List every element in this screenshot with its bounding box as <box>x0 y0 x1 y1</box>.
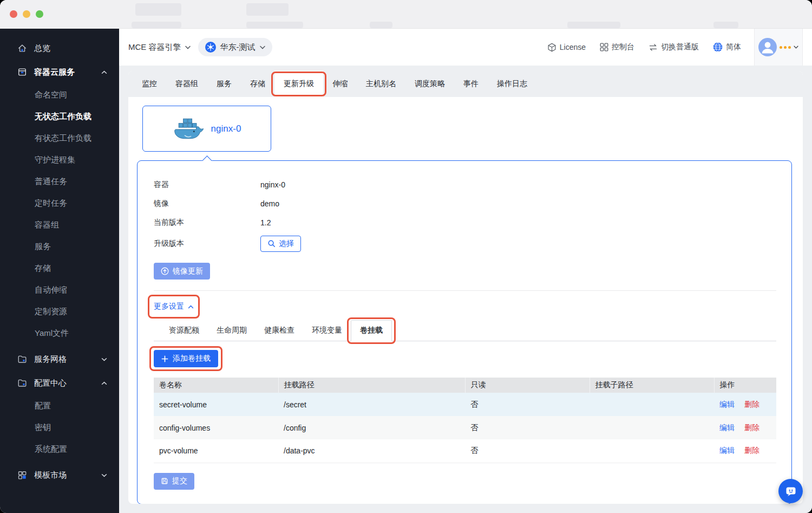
topbar-actions: License 控制台 切换普通版 简体 <box>547 42 741 52</box>
sidebar-group-label: 模板市场 <box>34 470 94 480</box>
sidebar-item-label: 总览 <box>34 43 107 54</box>
more-settings-toggle[interactable]: 更多设置 <box>154 302 194 311</box>
image-update-button[interactable]: 镜像更新 <box>154 263 210 280</box>
column-header-volume-name: 卷名称 <box>154 378 278 393</box>
subtab-lifecycle[interactable]: 生命周期 <box>208 321 256 341</box>
tab-service[interactable]: 服务 <box>207 71 241 97</box>
tab-host-alias[interactable]: 主机别名 <box>357 71 405 97</box>
cell-volume-name: config-volumes <box>154 416 278 439</box>
chevron-down-icon <box>101 358 107 361</box>
console-button[interactable]: 控制台 <box>600 42 634 52</box>
more-dots-icon <box>780 46 791 49</box>
sidebar-group-container-cloud[interactable]: 容器云服务 <box>0 60 119 84</box>
subtab-volume-mount[interactable]: 卷挂载 <box>351 320 392 341</box>
tab-label: 更新升级 <box>284 79 314 89</box>
select-version-button[interactable]: 选择 <box>260 236 301 252</box>
edit-link[interactable]: 编辑 <box>719 400 735 408</box>
sidebar-group-service-mesh[interactable]: 服务网格 <box>0 347 119 371</box>
folder-icon <box>17 354 27 364</box>
docker-whale-icon <box>173 117 204 141</box>
window-fullscreen-button[interactable] <box>36 10 43 18</box>
delete-link[interactable]: 删除 <box>744 400 759 408</box>
license-button[interactable]: License <box>547 43 586 52</box>
language-button[interactable]: 简体 <box>713 42 741 52</box>
field-container: 容器 nginx-0 <box>154 175 776 194</box>
table-row: config-volumes /config 否 编辑删除 <box>154 416 776 439</box>
window-close-button[interactable] <box>10 10 17 18</box>
app-window: 总览 容器云服务 命名空间 无状态工作负载 有状态工作负载 守护进程集 普通任务… <box>0 0 812 513</box>
tab-storage[interactable]: 存储 <box>241 71 274 97</box>
background-ghost-block <box>370 22 392 28</box>
cluster-selector[interactable]: 华东-测试 <box>198 38 272 56</box>
sidebar: 总览 容器云服务 命名空间 无状态工作负载 有状态工作负载 守护进程集 普通任务… <box>0 29 119 513</box>
sidebar-item-namespace[interactable]: 命名空间 <box>0 84 119 106</box>
save-icon <box>161 477 168 485</box>
table-header-row: 卷名称 挂载路径 只读 挂载子路径 操作 <box>154 378 776 393</box>
sidebar-item-secret[interactable]: 密钥 <box>0 417 119 438</box>
cell-readonly: 否 <box>465 393 590 416</box>
sidebar-item-yaml-file[interactable]: Yaml文件 <box>0 322 119 344</box>
sidebar-item-daemonset[interactable]: 守护进程集 <box>0 149 119 171</box>
user-menu[interactable] <box>754 29 803 66</box>
cell-subpath <box>590 393 714 416</box>
product-switcher[interactable]: MCE 容器引擎 <box>128 42 191 53</box>
tab-operation-log[interactable]: 操作日志 <box>488 71 536 97</box>
tab-scale[interactable]: 伸缩 <box>323 71 357 97</box>
subtab-env-vars[interactable]: 环境变量 <box>303 321 351 341</box>
sidebar-item-configmap[interactable]: 配置 <box>0 395 119 417</box>
workload-tabs: 监控 容器组 服务 存储 更新升级 伸缩 主机别名 调度策略 事件 操作日志 <box>128 71 803 97</box>
field-upgrade-version: 升级版本 选择 <box>154 234 776 253</box>
cell-mount-path: /data-pvc <box>278 439 465 463</box>
window-minimize-button[interactable] <box>23 10 30 18</box>
container-selector-card[interactable]: nginx-0 <box>142 106 271 152</box>
globe-icon <box>713 42 723 52</box>
console-label: 控制台 <box>612 42 634 52</box>
submit-button[interactable]: 提交 <box>154 473 194 490</box>
sidebar-item-stateless-workload[interactable]: 无状态工作负载 <box>0 106 119 127</box>
chevron-up-icon <box>188 305 194 309</box>
swap-arrows-icon <box>649 43 658 51</box>
add-volume-mount-button[interactable]: 添加卷挂载 <box>154 350 218 367</box>
tab-events[interactable]: 事件 <box>454 71 488 97</box>
sidebar-item-service[interactable]: 服务 <box>0 236 119 257</box>
background-ghost-block <box>713 22 738 28</box>
background-ghost-block <box>132 22 181 28</box>
workload-name: nginx-0 <box>211 124 241 134</box>
sidebar-item-overview[interactable]: 总览 <box>0 36 119 60</box>
sidebar-item-job[interactable]: 普通任务 <box>0 171 119 192</box>
sidebar-item-pod-group[interactable]: 容器组 <box>0 214 119 236</box>
plus-icon <box>161 355 168 362</box>
cluster-name: 华东-测试 <box>220 42 256 53</box>
sidebar-group-label: 服务网格 <box>34 354 94 365</box>
tab-pod-group[interactable]: 容器组 <box>166 71 207 97</box>
folder-icon <box>17 378 27 388</box>
sidebar-item-autoscale[interactable]: 自动伸缩 <box>0 279 119 301</box>
sidebar-item-storage[interactable]: 存储 <box>0 257 119 279</box>
background-ghost-block <box>246 22 303 28</box>
sidebar-item-cronjob[interactable]: 定时任务 <box>0 192 119 214</box>
console-grid-icon <box>600 43 608 51</box>
column-header-mount-path: 挂载路径 <box>278 378 465 393</box>
tab-update-upgrade[interactable]: 更新升级 <box>274 71 323 97</box>
sidebar-group-template-market[interactable]: 模板市场 <box>0 463 119 487</box>
arrow-up-circle-icon <box>161 267 169 275</box>
topbar: MCE 容器引擎 华东-测试 License 控制台 <box>119 29 812 66</box>
field-label: 镜像 <box>154 199 260 209</box>
subtab-resource-quota[interactable]: 资源配额 <box>160 321 208 341</box>
switch-edition-button[interactable]: 切换普通版 <box>649 42 699 52</box>
tab-schedule-policy[interactable]: 调度策略 <box>405 71 454 97</box>
sidebar-item-stateful-workload[interactable]: 有状态工作负载 <box>0 127 119 149</box>
sidebar-item-system-config[interactable]: 系统配置 <box>0 438 119 460</box>
tab-monitor[interactable]: 监控 <box>133 71 166 97</box>
support-chat-button[interactable] <box>778 479 803 503</box>
delete-link[interactable]: 删除 <box>744 446 759 454</box>
subtab-health-check[interactable]: 健康检查 <box>256 321 303 341</box>
settings-subtabs: 资源配额 生命周期 健康检查 环境变量 卷挂载 <box>154 320 776 341</box>
edit-link[interactable]: 编辑 <box>719 423 735 432</box>
edit-link[interactable]: 编辑 <box>719 446 735 454</box>
app-frame: 总览 容器云服务 命名空间 无状态工作负载 有状态工作负载 守护进程集 普通任务… <box>0 29 812 513</box>
cell-mount-path: /secret <box>278 393 465 416</box>
delete-link[interactable]: 删除 <box>744 423 759 432</box>
sidebar-item-custom-resource[interactable]: 定制资源 <box>0 301 119 322</box>
sidebar-group-config-center[interactable]: 配置中心 <box>0 371 119 395</box>
